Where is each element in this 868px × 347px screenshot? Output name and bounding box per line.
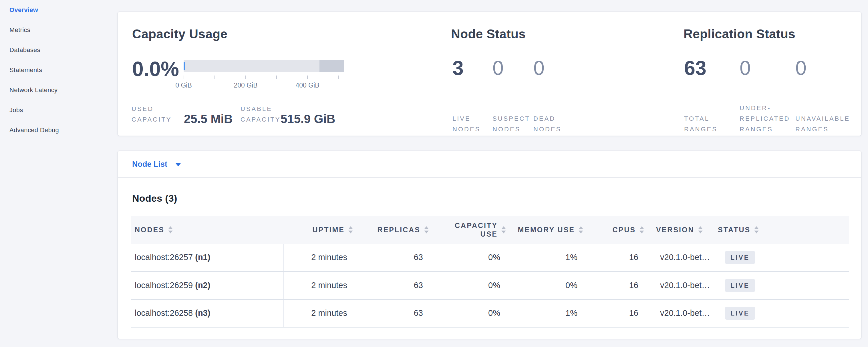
table-row[interactable]: localhost:26259 (n2) 2 minutes 63 0% 0% … xyxy=(131,272,849,299)
suspect-nodes-label: SUSPECT NODES xyxy=(493,113,532,134)
node-address-cell[interactable]: localhost:26257 (n1) xyxy=(131,244,284,272)
cpus-cell: 16 xyxy=(585,299,646,327)
node-id: (n3) xyxy=(195,308,210,318)
memory-use-cell: 1% xyxy=(508,299,585,327)
sidebar-item-advanced-debug[interactable]: Advanced Debug xyxy=(0,120,117,140)
node-address-cell[interactable]: localhost:26259 (n2) xyxy=(131,272,284,299)
status-cell: LIVE xyxy=(713,299,849,327)
capacity-usage-bar xyxy=(184,60,344,72)
column-header-memory-use[interactable]: MEMORY USE xyxy=(508,216,585,244)
under-replicated-ranges-stat: 0 UNDER- REPLICATED RANGES xyxy=(740,58,793,134)
node-status-title: Node Status xyxy=(451,27,526,41)
used-capacity-label: USED CAPACITY xyxy=(131,103,172,125)
live-nodes-value: 3 xyxy=(453,58,492,78)
total-ranges-stat: 63 TOTAL RANGES xyxy=(684,58,738,134)
capacity-use-cell: 0% xyxy=(431,244,508,272)
capacity-used-segment xyxy=(184,62,185,70)
node-list-bar: Node List xyxy=(118,151,861,177)
dead-nodes-stat: 0 DEAD NODES xyxy=(533,58,573,134)
sidebar-item-metrics[interactable]: Metrics xyxy=(0,20,117,40)
column-header-replicas[interactable]: REPLICAS xyxy=(355,216,431,244)
capacity-percent-value: 0.0% xyxy=(132,57,179,81)
version-cell: v20.1.0-bet… xyxy=(646,299,713,327)
status-badge: LIVE xyxy=(725,279,755,292)
unavailable-ranges-value: 0 xyxy=(795,58,861,78)
divider xyxy=(118,177,861,178)
unavailable-ranges-stat: 0 UNAVAILABLE RANGES xyxy=(795,58,861,134)
capacity-axis xyxy=(184,75,344,80)
node-id: (n2) xyxy=(195,281,210,290)
capacity-use-cell: 0% xyxy=(431,299,508,327)
uptime-cell: 2 minutes xyxy=(284,299,355,327)
usable-capacity-label: USABLE CAPACITY xyxy=(241,103,281,125)
node-id: (n1) xyxy=(195,253,210,262)
sort-icon xyxy=(424,226,429,233)
node-address-cell[interactable]: localhost:26258 (n3) xyxy=(131,299,284,327)
total-ranges-value: 63 xyxy=(684,58,738,78)
replication-status-title: Replication Status xyxy=(684,27,795,41)
node-list-card: Node List Nodes (3) NODES UPTIME REPLICA… xyxy=(117,151,862,339)
replicas-cell: 63 xyxy=(355,299,431,327)
sort-icon xyxy=(501,226,506,233)
total-ranges-label: TOTAL RANGES xyxy=(684,113,738,134)
node-list-dropdown[interactable]: Node List xyxy=(132,160,181,168)
suspect-nodes-stat: 0 SUSPECT NODES xyxy=(493,58,532,134)
version-cell: v20.1.0-bet… xyxy=(646,272,713,299)
version-cell: v20.1.0-bet… xyxy=(646,244,713,272)
replicas-cell: 63 xyxy=(355,272,431,299)
capacity-use-cell: 0% xyxy=(431,272,508,299)
column-header-uptime[interactable]: UPTIME xyxy=(284,216,355,244)
sort-icon xyxy=(754,226,759,233)
column-header-version[interactable]: VERSION xyxy=(646,216,713,244)
uptime-cell: 2 minutes xyxy=(284,272,355,299)
table-header-row: NODES UPTIME REPLICAS CAPACITY USE MEMOR… xyxy=(131,216,849,244)
cpus-cell: 16 xyxy=(585,272,646,299)
live-nodes-label: LIVE NODES xyxy=(453,113,492,134)
node-list-dropdown-label: Node List xyxy=(132,160,167,168)
suspect-nodes-value: 0 xyxy=(493,58,532,78)
sort-icon xyxy=(348,226,353,233)
dead-nodes-value: 0 xyxy=(533,58,573,78)
nodes-table: NODES UPTIME REPLICAS CAPACITY USE MEMOR… xyxy=(131,216,849,327)
sidebar-item-network-latency[interactable]: Network Latency xyxy=(0,80,117,100)
cpus-cell: 16 xyxy=(585,244,646,272)
status-cell: LIVE xyxy=(713,272,849,299)
axis-tick-200gib: 200 GiB xyxy=(234,82,257,89)
status-badge: LIVE xyxy=(725,307,755,320)
live-nodes-stat: 3 LIVE NODES xyxy=(453,58,492,134)
column-header-cpus[interactable]: CPUS xyxy=(585,216,646,244)
column-header-capacity-use[interactable]: CAPACITY USE xyxy=(431,216,508,244)
status-badge: LIVE xyxy=(725,251,755,264)
sidebar-item-overview[interactable]: Overview xyxy=(0,0,117,20)
nodes-table-title: Nodes (3) xyxy=(132,193,177,204)
sidebar: Overview Metrics Databases Statements Ne… xyxy=(0,0,117,347)
used-capacity-value: 25.5 MiB xyxy=(184,112,232,126)
table-row[interactable]: localhost:26258 (n3) 2 minutes 63 0% 1% … xyxy=(131,299,849,327)
sidebar-item-databases[interactable]: Databases xyxy=(0,40,117,60)
under-replicated-ranges-value: 0 xyxy=(740,58,793,78)
chevron-down-icon xyxy=(175,163,181,166)
usable-capacity-value: 515.9 GiB xyxy=(281,112,335,126)
uptime-cell: 2 minutes xyxy=(284,244,355,272)
sort-icon xyxy=(640,226,644,233)
sort-icon xyxy=(698,226,703,233)
memory-use-cell: 1% xyxy=(508,244,585,272)
sort-icon xyxy=(168,226,173,233)
capacity-usage-title: Capacity Usage xyxy=(132,27,227,41)
sort-icon xyxy=(579,226,583,233)
sidebar-item-statements[interactable]: Statements xyxy=(0,60,117,80)
memory-use-cell: 0% xyxy=(508,272,585,299)
axis-tick-0gib: 0 GiB xyxy=(175,82,192,89)
axis-tick-400gib: 400 GiB xyxy=(296,82,319,89)
column-header-nodes[interactable]: NODES xyxy=(131,216,284,244)
replicas-cell: 63 xyxy=(355,244,431,272)
table-row[interactable]: localhost:26257 (n1) 2 minutes 63 0% 1% … xyxy=(131,244,849,272)
dead-nodes-label: DEAD NODES xyxy=(533,113,573,134)
column-header-status[interactable]: STATUS xyxy=(713,216,849,244)
unavailable-ranges-label: UNAVAILABLE RANGES xyxy=(795,113,861,134)
under-replicated-ranges-label: UNDER- REPLICATED RANGES xyxy=(740,103,793,134)
capacity-other-segment xyxy=(319,60,344,72)
cluster-summary-card: Capacity Usage 0.0% 0 GiB 200 GiB 400 Gi… xyxy=(117,11,862,136)
sidebar-item-jobs[interactable]: Jobs xyxy=(0,100,117,120)
status-cell: LIVE xyxy=(713,244,849,272)
